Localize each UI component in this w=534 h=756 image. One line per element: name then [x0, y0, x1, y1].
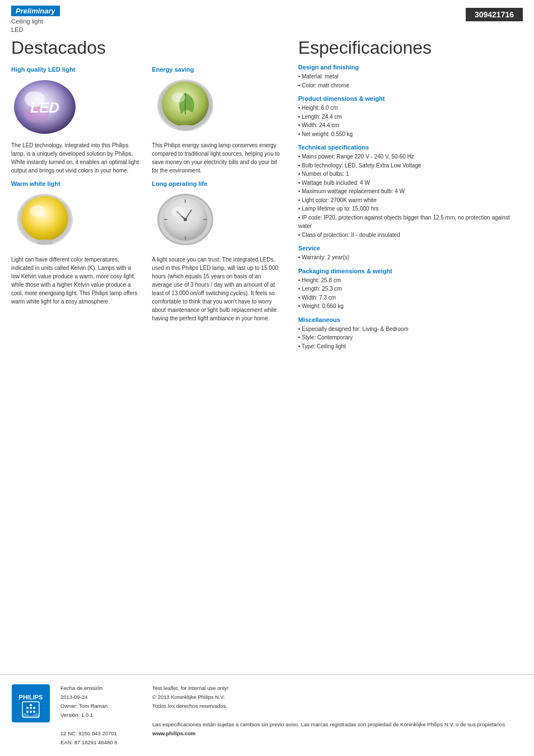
spec-list-design: Material: metal Color: matt chrome — [298, 72, 523, 90]
main-content: Destacados High quality LED light — [0, 35, 534, 351]
header-left: Preliminary Ceiling light LED — [11, 6, 60, 33]
spec-item: Warranty: 2 year(s) — [298, 253, 523, 262]
fecha-label: Fecha de emisión — [60, 684, 139, 693]
footer-col2: Test leaflet, for internal use only! © 2… — [152, 684, 505, 738]
svg-point-25 — [184, 218, 187, 221]
feature-warm: Warm white light — [11, 180, 140, 323]
spec-section-design: Design and finishing Material: metal Col… — [298, 64, 523, 90]
spec-title-dimensions: Product dimensions & weight — [298, 95, 523, 102]
spec-title-technical: Technical specifications — [298, 144, 523, 151]
product-code: 309421716 — [466, 8, 523, 21]
spec-section-packaging: Packaging dimensions & weight Height: 25… — [298, 268, 523, 311]
spec-item: Height: 25.8 cm — [298, 276, 523, 285]
nc-label: 12 NC: 9150 043 20701 — [60, 729, 139, 738]
spec-item: Width: 7.3 cm — [298, 293, 523, 302]
spec-item: Width: 24.4 cm — [298, 121, 523, 130]
spec-section-service: Service Warranty: 2 year(s) — [298, 245, 523, 262]
footer-website[interactable]: www.philips.com — [152, 729, 505, 738]
spec-item: Weight: 0.660 kg — [298, 302, 523, 311]
feature-led-text: The LED technology, integrated into this… — [11, 141, 140, 175]
footer-line4: Las especificaciones están sujetas a cam… — [152, 720, 505, 729]
svg-point-36 — [33, 711, 35, 713]
svg-point-14 — [30, 206, 45, 217]
page-header: Preliminary Ceiling light LED 309421716 — [0, 0, 534, 33]
feature-led: High quality LED light — [11, 66, 140, 175]
warm-svg — [13, 190, 77, 252]
spec-item: Style: Contemporary — [298, 333, 523, 342]
led-svg: LED — [11, 78, 78, 137]
svg-point-32 — [30, 707, 32, 709]
svg-point-34 — [26, 711, 29, 713]
feature-energy-heading: Energy saving — [152, 66, 281, 73]
svg-point-8 — [172, 92, 185, 102]
philips-logo: PHILIPS — [11, 684, 50, 723]
preliminary-badge: Preliminary — [11, 6, 60, 16]
spec-item: Light color: 2700K warm white — [298, 196, 523, 205]
svg-point-33 — [33, 707, 35, 709]
spec-section-misc: Miscellaneous Especially designed for: L… — [298, 316, 523, 351]
footer-line1: Test leaflet, for internal use only! — [152, 684, 505, 693]
feature-led-image: LED — [11, 76, 78, 138]
spec-item: Length: 25.3 cm — [298, 284, 523, 293]
right-column: Especificaciones Design and finishing Ma… — [293, 35, 523, 351]
spec-list-service: Warranty: 2 year(s) — [298, 253, 523, 262]
features-grid: High quality LED light — [11, 66, 282, 323]
feature-warm-image — [11, 190, 78, 252]
svg-point-13 — [21, 196, 68, 241]
spec-section-dimensions: Product dimensions & weight Height: 6.0 … — [298, 95, 523, 138]
spec-list-dimensions: Height: 6.0 cm Length: 24.4 cm Width: 24… — [298, 104, 523, 138]
product-type-line1: Ceiling light — [11, 18, 60, 25]
feature-energy-image — [152, 76, 219, 138]
svg-point-35 — [30, 711, 32, 713]
svg-rect-15 — [37, 240, 53, 244]
spec-title-packaging: Packaging dimensions & weight — [298, 268, 523, 274]
spec-item: Number of bulbs: 1 — [298, 170, 523, 179]
spec-item: Lamp lifetime up to: 15,000 hrs — [298, 204, 523, 213]
spec-item: Maximum wattage replacement bulb: 4 W — [298, 187, 523, 196]
philips-logo-svg: PHILIPS — [11, 684, 50, 723]
spec-item: Height: 6.0 cm — [298, 104, 523, 113]
feature-warm-heading: Warm white light — [11, 180, 140, 187]
spec-item: Material: metal — [298, 72, 523, 81]
energy-svg — [153, 76, 218, 138]
svg-text:PHILIPS: PHILIPS — [19, 694, 43, 701]
spec-list-technical: Mains power: Range 220 V - 240 V, 50-60 … — [298, 152, 523, 239]
spec-list-misc: Especially designed for: Living- & Bedro… — [298, 325, 523, 351]
feature-longevity-text: A light source you can trust. The integr… — [152, 255, 281, 323]
page-footer: PHILIPS Fecha de emisión 2013-09-24 Owne… — [0, 674, 534, 756]
left-column: Destacados High quality LED light — [11, 35, 293, 351]
spec-item: Wattage bulb included: 4 W — [298, 179, 523, 188]
svg-point-31 — [26, 707, 29, 709]
footer-line3: Todos los derechos reservados. — [152, 702, 505, 711]
clock-svg — [153, 190, 218, 252]
destacados-title: Destacados — [11, 38, 282, 58]
feature-led-heading: High quality LED light — [11, 66, 140, 73]
feature-energy-text: This Philips energy saving lamp conserve… — [152, 141, 281, 175]
svg-rect-10 — [177, 125, 193, 130]
spec-item: Especially designed for: Living- & Bedro… — [298, 325, 523, 334]
spec-section-technical: Technical specifications Mains power: Ra… — [298, 144, 523, 239]
ean-label: EAN: 87 18291 48480 6 — [60, 738, 139, 747]
feature-longevity-heading: Long operating life — [152, 180, 281, 187]
feature-energy: Energy saving — [152, 66, 281, 175]
feature-warm-text: Light can have different color temperatu… — [11, 255, 140, 306]
version-label: Versión: 1.0.1 — [60, 711, 139, 720]
footer-col1: Fecha de emisión 2013-09-24 Owner: Tom R… — [60, 684, 139, 747]
spec-title-design: Design and finishing — [298, 64, 523, 71]
svg-point-26 — [171, 207, 185, 217]
feature-longevity: Long operating life — [152, 180, 281, 323]
spec-item: Net weight: 0.550 kg — [298, 130, 523, 139]
feature-longevity-image — [152, 190, 219, 252]
spec-title-service: Service — [298, 245, 523, 251]
spec-item: Type: Ceiling light — [298, 342, 523, 351]
svg-point-30 — [30, 704, 32, 706]
spec-title-misc: Miscellaneous — [298, 316, 523, 323]
spec-item: Class of protection: II - double insulat… — [298, 231, 523, 240]
spec-list-packaging: Height: 25.8 cm Length: 25.3 cm Width: 7… — [298, 276, 523, 311]
footer-line2: © 2013 Koninklijke Philips N.V. — [152, 693, 505, 702]
product-type-line2: LED — [11, 26, 60, 33]
svg-text:LED: LED — [30, 99, 59, 116]
spec-item: Mains power: Range 220 V - 240 V, 50-60 … — [298, 152, 523, 161]
spec-item: IP code: IP20, protection against object… — [298, 213, 523, 231]
spec-item: Color: matt chrome — [298, 81, 523, 90]
